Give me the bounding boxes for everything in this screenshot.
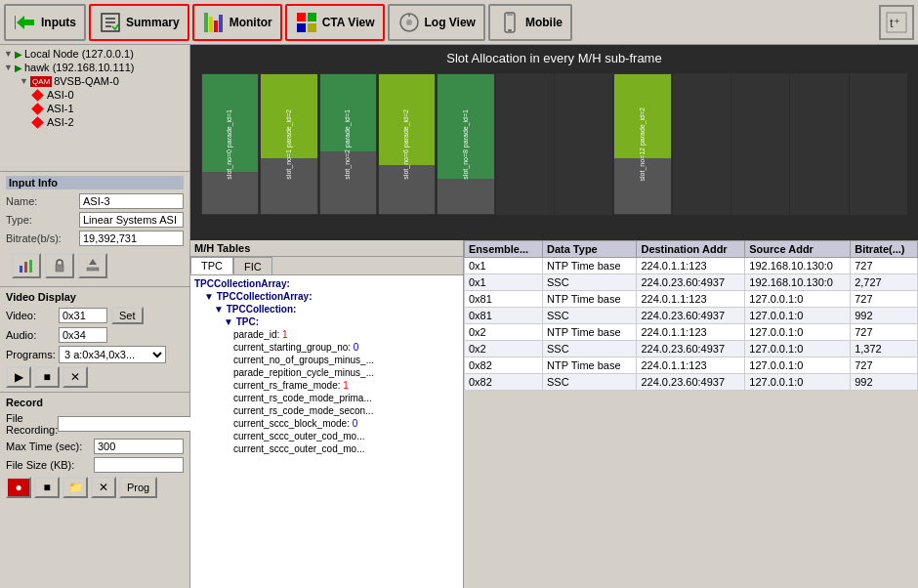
table-cell-ensemble: 0x2 bbox=[465, 341, 543, 357]
svg-rect-9 bbox=[219, 15, 223, 32]
slot-segment bbox=[320, 151, 376, 214]
video-label: Video: bbox=[6, 310, 55, 321]
tree-item-hawk[interactable]: ▼ ▶ hawk (192.168.10.111) bbox=[2, 61, 188, 74]
table-cell-dest: 224.0.1.1:123 bbox=[637, 324, 745, 341]
tab-tpc[interactable]: TPC bbox=[190, 257, 233, 274]
slot-segment bbox=[791, 74, 847, 214]
table-row[interactable]: 0x2NTP Time base224.0.1.1:123127.0.0.1:0… bbox=[465, 324, 918, 341]
tree-item-asi2[interactable]: ASI-2 bbox=[2, 115, 188, 129]
table-cell-ensemble: 0x82 bbox=[465, 357, 543, 374]
tree-item-8vsb[interactable]: ▼ QAM 8VSB-QAM-0 bbox=[2, 74, 188, 88]
tree-label-asi0: ASI-0 bbox=[47, 89, 74, 101]
chart-button[interactable] bbox=[12, 253, 41, 278]
table-cell-data_type: NTP Time base bbox=[542, 258, 636, 274]
bottom-panels: M/H Tables TPC FIC TPCCollectionArray:▼ … bbox=[190, 240, 918, 588]
log-view-button[interactable]: Log View bbox=[388, 4, 485, 41]
expand-arrow: ▼ bbox=[4, 49, 13, 59]
col-bitrate: Bitrate(...) bbox=[851, 241, 918, 258]
video-input[interactable] bbox=[59, 308, 107, 323]
upload-button[interactable] bbox=[78, 253, 107, 278]
max-time-input[interactable] bbox=[94, 439, 184, 454]
svg-rect-13 bbox=[308, 23, 316, 32]
name-value: ASI-3 bbox=[79, 193, 184, 209]
monitor-button[interactable]: Monitor bbox=[192, 4, 282, 41]
svg-marker-27 bbox=[89, 259, 97, 265]
tpc-tree-item[interactable]: current_sccc_block_mode: 0 bbox=[192, 417, 461, 430]
tpc-tree-item[interactable]: ▼ TPC: bbox=[192, 315, 461, 328]
tpc-tree-item[interactable]: current_starting_group_no: 0 bbox=[192, 341, 461, 354]
tpc-tree-item[interactable]: parade_id: 1 bbox=[192, 328, 461, 341]
tpc-tree-item[interactable]: current_rs_frame_mode: 1 bbox=[192, 379, 461, 392]
table-row[interactable]: 0x2SSC224.0.23.60:4937127.0.0.1:01,372 bbox=[465, 341, 918, 357]
tpc-tree-item[interactable]: ▼ TPCCollectionArray: bbox=[192, 290, 461, 303]
tpc-tree-item[interactable]: current_rs_code_mode_secon... bbox=[192, 404, 461, 417]
tpc-tree-content[interactable]: TPCCollectionArray:▼ TPCCollectionArray:… bbox=[190, 275, 463, 588]
tree-item-local-node[interactable]: ▼ ▶ Local Node (127.0.0.1) bbox=[2, 47, 188, 61]
tree-item-asi0[interactable]: ASI-0 bbox=[2, 88, 188, 102]
tpc-tree-item[interactable]: ▼ TPCCollection: bbox=[192, 303, 461, 315]
tree-label-hawk: hawk (192.168.10.111) bbox=[24, 62, 135, 73]
cta-view-button[interactable]: CTA View bbox=[285, 4, 385, 41]
video-set-button[interactable]: Set bbox=[111, 307, 144, 324]
play-button[interactable]: ▶ bbox=[6, 366, 31, 388]
programs-select[interactable]: 3 a:0x34,0x3... bbox=[59, 346, 166, 363]
file-size-row: File Size (KB): bbox=[6, 457, 184, 473]
x-button[interactable]: ✕ bbox=[63, 366, 88, 388]
summary-button[interactable]: Summary bbox=[89, 4, 189, 41]
table-row[interactable]: 0x81NTP Time base224.0.1.1:123127.0.0.1:… bbox=[465, 291, 918, 308]
tpc-tree-item[interactable]: current_sccc_outer_cod_mo... bbox=[192, 442, 461, 455]
slot-segment bbox=[320, 74, 376, 151]
summary-icon bbox=[99, 11, 122, 34]
col-ensemble: Ensemble... bbox=[465, 241, 543, 258]
table-row[interactable]: 0x82NTP Time base224.0.1.1:123127.0.0.1:… bbox=[465, 357, 918, 374]
slot-col-1: slot_no=1 parade_id=2 bbox=[260, 73, 317, 215]
file-recording-input[interactable] bbox=[58, 416, 200, 432]
rec-folder-button[interactable]: 📁 bbox=[63, 477, 88, 498]
tpc-tree-item[interactable]: parade_repition_cycle_minus_... bbox=[192, 366, 461, 379]
table-row[interactable]: 0x1NTP Time base224.0.1.1:123192.168.10.… bbox=[465, 258, 918, 274]
table-cell-bitrate: 1,372 bbox=[851, 341, 918, 357]
slot-segment bbox=[497, 74, 553, 214]
rec-delete-button[interactable]: ✕ bbox=[91, 477, 116, 498]
cta-view-label: CTA View bbox=[322, 16, 375, 29]
table-header-row: Ensemble... Data Type Destination Addr S… bbox=[465, 241, 918, 258]
rec-prog-button[interactable]: Prog bbox=[119, 477, 157, 498]
stop-button[interactable]: ■ bbox=[34, 366, 60, 388]
mobile-button[interactable]: Mobile bbox=[488, 4, 572, 41]
tpc-tree-item[interactable]: current_no_of_groups_minus_... bbox=[192, 354, 461, 366]
svg-rect-8 bbox=[214, 21, 218, 32]
table-cell-source: 192.168.10.130:0 bbox=[745, 258, 851, 274]
audio-input[interactable] bbox=[59, 327, 107, 343]
inputs-button[interactable]: Inputs bbox=[4, 4, 86, 41]
slot-title: Slot Allocation in every M/H sub-frame bbox=[446, 51, 661, 65]
table-row[interactable]: 0x81SSC224.0.23.60:4937127.0.0.1:0992 bbox=[465, 308, 918, 324]
tpc-tree-item[interactable]: current_rs_code_mode_prima... bbox=[192, 392, 461, 404]
cta-icon bbox=[295, 11, 318, 34]
tree-item-asi1[interactable]: ASI-1 bbox=[2, 102, 188, 115]
input-info-panel: Input Info Name: ASI-3 Type: Linear Syst… bbox=[0, 172, 189, 287]
tpc-tree-item[interactable]: TPCCollectionArray: bbox=[192, 277, 461, 290]
slot-col-10 bbox=[790, 73, 848, 215]
user-button[interactable]: t⁺ bbox=[879, 5, 914, 40]
col-data-type: Data Type bbox=[542, 241, 636, 258]
tree-label-local-node: Local Node (127.0.0.1) bbox=[24, 48, 134, 60]
svg-rect-23 bbox=[24, 262, 27, 273]
table-body: 0x1NTP Time base224.0.1.1:123192.168.10.… bbox=[465, 258, 918, 391]
rec-start-button[interactable]: ● bbox=[6, 477, 31, 498]
tpc-tree-item[interactable]: current_sccc_outer_cod_mo... bbox=[192, 430, 461, 442]
table-row[interactable]: 0x1SSC224.0.23.60:4937192.168.10.130:02,… bbox=[465, 274, 918, 291]
mh-tables-header: M/H Tables bbox=[190, 240, 463, 257]
table-cell-dest: 224.0.1.1:123 bbox=[637, 258, 745, 274]
name-row: Name: ASI-3 bbox=[6, 193, 184, 209]
lock-button[interactable] bbox=[45, 253, 74, 278]
file-size-input[interactable] bbox=[94, 457, 184, 473]
ensemble-table: Ensemble... Data Type Destination Addr S… bbox=[464, 240, 918, 391]
inputs-label: Inputs bbox=[41, 16, 76, 29]
table-row[interactable]: 0x82SSC224.0.23.60:4937127.0.0.1:0992 bbox=[465, 374, 918, 391]
data-table-panel[interactable]: Ensemble... Data Type Destination Addr S… bbox=[464, 240, 918, 588]
table-cell-ensemble: 0x1 bbox=[465, 258, 543, 274]
tab-fic[interactable]: FIC bbox=[233, 257, 272, 274]
bitrate-row: Bitrate(b/s): 19,392,731 bbox=[6, 231, 184, 246]
tree-scroll[interactable]: ▼ ▶ Local Node (127.0.0.1) ▼ ▶ hawk (192… bbox=[0, 45, 189, 172]
rec-stop-button[interactable]: ■ bbox=[34, 477, 60, 498]
